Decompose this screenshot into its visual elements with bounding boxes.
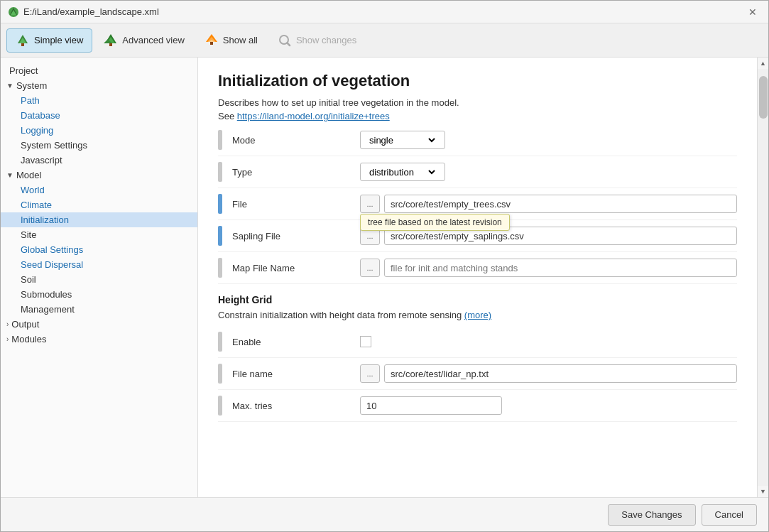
enable-checkbox[interactable] — [360, 336, 371, 347]
sidebar-item-database[interactable]: Database — [1, 108, 197, 123]
field-label-mode: Mode — [232, 135, 360, 146]
page-link[interactable]: https://iland-model.org/initialize+trees — [237, 111, 390, 121]
global-settings-label: Global Settings — [21, 244, 83, 255]
sidebar-item-output[interactable]: › Output — [1, 317, 197, 332]
simple-view-icon — [16, 33, 30, 48]
sidebar-item-soil[interactable]: Soil — [1, 272, 197, 287]
advanced-view-icon — [104, 33, 118, 48]
close-button[interactable]: ✕ — [744, 4, 761, 21]
scroll-track — [758, 69, 768, 486]
field-label-sapling-file: Sapling File — [232, 231, 360, 241]
sidebar-item-path[interactable]: Path — [1, 93, 197, 108]
field-control-map-file-name: ... — [360, 259, 737, 277]
sidebar-item-project[interactable]: Project — [1, 63, 197, 78]
title-bar: E:/iLand/example_landscape.xml ✕ — [1, 1, 768, 23]
output-label: Output — [11, 319, 39, 330]
database-label: Database — [21, 110, 60, 121]
field-indicator-file — [218, 194, 222, 214]
field-control-max-tries — [360, 396, 737, 415]
map-file-input[interactable] — [384, 259, 737, 277]
modules-label: Modules — [11, 334, 46, 344]
field-row-max-tries: Max. tries — [218, 390, 737, 422]
sidebar-item-submodules[interactable]: Submodules — [1, 287, 197, 302]
path-label: Path — [21, 95, 40, 106]
field-control-file: ... — [360, 195, 737, 213]
save-changes-button[interactable]: Save Changes — [608, 504, 695, 526]
hg-file-browse-button[interactable]: ... — [360, 364, 380, 383]
world-label: World — [21, 185, 45, 195]
sidebar-item-model[interactable]: ▼ Model — [1, 168, 197, 183]
field-indicator-mode — [218, 130, 222, 150]
type-select[interactable]: distribution individual map — [360, 163, 445, 181]
app-window: E:/iLand/example_landscape.xml ✕ Simple … — [0, 0, 769, 532]
sidebar-item-world[interactable]: World — [1, 183, 197, 197]
file-input[interactable] — [384, 195, 737, 213]
sidebar-item-system-settings[interactable]: System Settings — [1, 138, 197, 153]
field-row-enable: Enable — [218, 326, 737, 358]
scrollbar: ▲ ▼ — [757, 58, 768, 497]
soil-label: Soil — [21, 274, 36, 285]
system-chevron: ▼ — [6, 82, 13, 89]
field-indicator-file-name — [218, 364, 222, 384]
show-changes-label: Show changes — [296, 35, 356, 45]
sidebar-item-initialization[interactable]: Initialization — [1, 212, 197, 227]
simple-view-button[interactable]: Simple view — [6, 28, 92, 53]
show-all-button[interactable]: Show all — [196, 29, 266, 52]
sidebar-item-modules[interactable]: › Modules — [1, 332, 197, 347]
model-chevron: ▼ — [6, 171, 13, 179]
seed-dispersal-label: Seed Dispersal — [21, 259, 83, 270]
management-label: Management — [21, 304, 75, 315]
sidebar-item-seed-dispersal[interactable]: Seed Dispersal — [1, 257, 197, 272]
map-file-browse-button[interactable]: ... — [360, 259, 380, 277]
javascript-label: Javascript — [21, 155, 62, 165]
svg-rect-9 — [109, 43, 112, 46]
app-icon — [8, 6, 19, 18]
sidebar-item-logging[interactable]: Logging — [1, 123, 197, 138]
svg-rect-5 — [21, 43, 24, 46]
scroll-down-arrow[interactable]: ▼ — [758, 486, 769, 497]
height-grid-title: Height Grid — [218, 294, 737, 305]
site-label: Site — [21, 229, 36, 240]
field-control-enable — [360, 336, 737, 347]
advanced-view-button[interactable]: Advanced view — [95, 29, 192, 52]
show-changes-icon — [278, 33, 292, 48]
mode-select-input[interactable]: single grid distribution — [366, 134, 437, 146]
system-label: System — [16, 80, 47, 91]
field-control-type: distribution individual map — [360, 163, 737, 181]
sidebar: Project ▼ System Path Database Logging S… — [1, 58, 198, 497]
field-row-file: File ... tree file based on the latest r… — [218, 188, 737, 220]
show-changes-button[interactable]: Show changes — [269, 29, 365, 52]
cancel-button[interactable]: Cancel — [702, 504, 757, 526]
scroll-up-arrow[interactable]: ▲ — [758, 58, 769, 69]
scroll-thumb[interactable] — [759, 76, 768, 119]
mode-select[interactable]: single grid distribution — [360, 131, 445, 149]
logging-label: Logging — [21, 125, 53, 136]
type-select-input[interactable]: distribution individual map — [366, 166, 437, 178]
sidebar-item-site[interactable]: Site — [1, 227, 197, 242]
field-row-map-file-name: Map File Name ... — [218, 252, 737, 284]
sidebar-item-global-settings[interactable]: Global Settings — [1, 242, 197, 257]
sidebar-item-climate[interactable]: Climate — [1, 197, 197, 212]
field-indicator-max-tries — [218, 396, 222, 416]
system-settings-label: System Settings — [21, 140, 87, 151]
max-tries-input[interactable] — [360, 396, 502, 415]
sidebar-item-javascript[interactable]: Javascript — [1, 153, 197, 168]
output-chevron: › — [6, 320, 9, 328]
main-content: Project ▼ System Path Database Logging S… — [1, 58, 768, 497]
sidebar-item-system[interactable]: ▼ System — [1, 78, 197, 93]
field-row-type: Type distribution individual map — [218, 156, 737, 188]
field-label-type: Type — [232, 167, 360, 178]
show-all-icon — [204, 33, 219, 48]
sidebar-item-management[interactable]: Management — [1, 302, 197, 317]
field-indicator-sapling-file — [218, 226, 222, 246]
show-all-label: Show all — [223, 35, 258, 45]
field-indicator-type — [218, 162, 222, 182]
footer: Save Changes Cancel — [1, 497, 768, 531]
field-control-mode: single grid distribution — [360, 131, 737, 149]
model-label: Model — [16, 170, 41, 180]
hg-file-input[interactable] — [384, 364, 737, 383]
height-grid-more-link[interactable]: (more) — [464, 310, 491, 320]
file-browse-button[interactable]: ... — [360, 195, 380, 213]
field-label-file-name: File name — [232, 369, 360, 379]
climate-label: Climate — [21, 200, 52, 210]
